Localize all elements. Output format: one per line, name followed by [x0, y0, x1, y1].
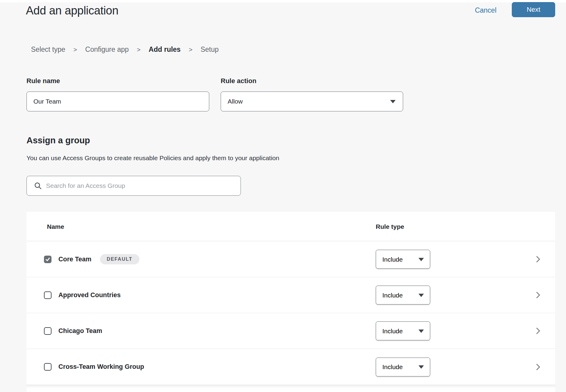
next-row-partial [26, 387, 555, 392]
rule-type-value: Include [376, 327, 403, 334]
row-expand-chevron[interactable] [534, 291, 542, 299]
groups-table-header: Name Rule type [26, 212, 555, 241]
step-configure-app[interactable]: Configure app [85, 45, 129, 54]
breadcrumb-separator: > [137, 46, 141, 53]
step-setup: Setup [201, 45, 219, 54]
rule-type-value: Include [376, 363, 403, 371]
rule-action-label: Rule action [221, 77, 257, 85]
row-expand-chevron[interactable] [534, 255, 542, 263]
rule-action-value: Allow [221, 98, 243, 105]
chevron-right-icon [534, 363, 542, 371]
rule-type-select[interactable]: Include [376, 322, 430, 341]
rule-name-input[interactable] [26, 92, 209, 111]
rule-type-value: Include [376, 291, 403, 299]
assign-group-heading: Assign a group [26, 135, 90, 145]
breadcrumb-separator: > [73, 46, 77, 53]
breadcrumb-separator: > [189, 46, 192, 53]
table-row-cross-team-working-group: Cross-Team Working Group Include [26, 349, 555, 385]
checkmark-icon [45, 257, 50, 262]
group-checkbox[interactable] [44, 363, 51, 371]
search-input[interactable] [46, 177, 241, 195]
search-icon [34, 182, 42, 190]
next-button[interactable]: Next [512, 2, 555, 17]
rule-name-label: Rule name [26, 77, 60, 85]
group-name: Chicago Team [58, 327, 102, 335]
rule-action-select[interactable]: Allow [221, 92, 403, 111]
assign-group-description: You can use Access Groups to create reus… [26, 154, 279, 162]
add-application-page: Add an application Cancel Next Select ty… [0, 0, 566, 392]
rule-type-select[interactable]: Include [376, 250, 430, 269]
groups-table-body: Core Team DEFAULT Include Approved Count… [26, 241, 555, 385]
chevron-down-icon [418, 258, 424, 261]
breadcrumb: Select type > Configure app > Add rules … [31, 45, 219, 54]
row-expand-chevron[interactable] [534, 363, 542, 371]
chevron-right-icon [534, 256, 542, 263]
chevron-down-icon [418, 366, 424, 369]
rule-type-select[interactable]: Include [376, 357, 430, 376]
table-row-core-team: Core Team DEFAULT Include [26, 241, 555, 277]
group-name: Cross-Team Working Group [58, 363, 144, 371]
table-row-approved-countries: Approved Countries Include [26, 277, 555, 313]
access-group-search [26, 176, 241, 196]
table-row-chicago-team: Chicago Team Include [26, 313, 555, 349]
group-name: Core Team [58, 256, 92, 263]
cancel-button[interactable]: Cancel [475, 6, 496, 14]
chevron-down-icon [418, 294, 424, 297]
chevron-right-icon [534, 327, 542, 334]
group-checkbox[interactable] [44, 327, 51, 335]
top-divider [0, 0, 566, 2]
page-title: Add an application [26, 3, 118, 18]
column-header-name: Name [47, 212, 64, 241]
group-name: Approved Countries [58, 291, 121, 299]
group-checkbox[interactable] [44, 291, 51, 299]
step-add-rules: Add rules [149, 45, 181, 54]
group-checkbox[interactable] [44, 256, 51, 263]
step-select-type[interactable]: Select type [31, 45, 65, 54]
default-badge: DEFAULT [100, 254, 139, 264]
rule-type-select[interactable]: Include [376, 286, 430, 305]
chevron-down-icon [390, 100, 396, 103]
chevron-right-icon [534, 291, 542, 299]
row-expand-chevron[interactable] [534, 327, 542, 335]
chevron-down-icon [418, 329, 424, 333]
column-header-rule-type: Rule type [376, 212, 404, 241]
rule-type-value: Include [376, 256, 403, 263]
